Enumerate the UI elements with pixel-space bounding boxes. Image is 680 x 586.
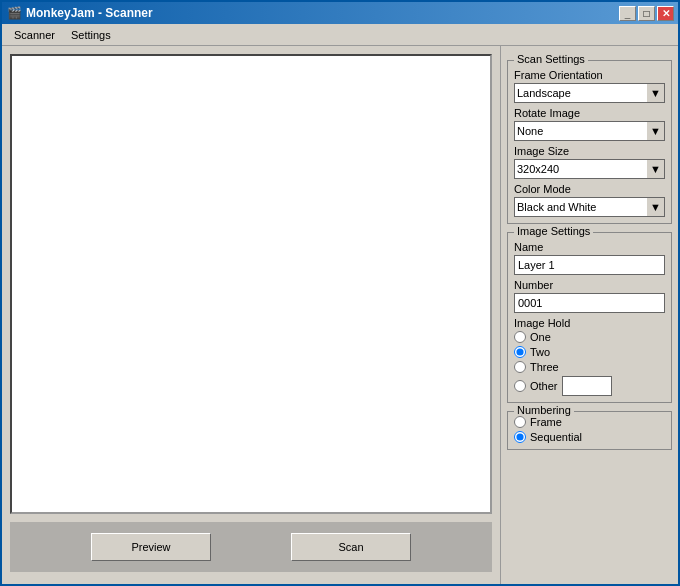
frame-orientation-wrapper: Landscape Portrait ▼ bbox=[514, 83, 665, 103]
numbering-frame-label: Frame bbox=[530, 416, 562, 428]
image-hold-three-radio[interactable] bbox=[514, 361, 526, 373]
left-panel: Preview Scan bbox=[2, 46, 500, 584]
image-hold-two: Two bbox=[514, 346, 665, 358]
image-hold-one-label: One bbox=[530, 331, 551, 343]
main-content: Preview Scan Scan Settings Frame Orienta… bbox=[2, 46, 678, 584]
image-size-wrapper: 320x240 640x480 720x480 1024x768 ▼ bbox=[514, 159, 665, 179]
image-hold-two-radio[interactable] bbox=[514, 346, 526, 358]
frame-orientation-select[interactable]: Landscape Portrait bbox=[514, 83, 665, 103]
preview-button[interactable]: Preview bbox=[91, 533, 211, 561]
scan-settings-section: Scan Settings Frame Orientation Landscap… bbox=[507, 60, 672, 224]
menu-scanner[interactable]: Scanner bbox=[6, 27, 63, 43]
image-hold-other-input[interactable] bbox=[562, 376, 612, 396]
number-label: Number bbox=[514, 279, 665, 291]
image-settings-title: Image Settings bbox=[514, 225, 593, 237]
image-settings-section: Image Settings Name Number Image Hold On… bbox=[507, 232, 672, 403]
window-title: MonkeyJam - Scanner bbox=[26, 6, 153, 20]
image-hold-three-label: Three bbox=[530, 361, 559, 373]
close-button[interactable]: ✕ bbox=[657, 6, 674, 21]
number-input[interactable] bbox=[514, 293, 665, 313]
name-input[interactable] bbox=[514, 255, 665, 275]
scan-settings-title: Scan Settings bbox=[514, 53, 588, 65]
numbering-sequential: Sequential bbox=[514, 431, 665, 443]
numbering-section: Numbering Frame Sequential bbox=[507, 411, 672, 450]
image-hold-other-label: Other bbox=[530, 380, 558, 392]
image-hold-other-radio[interactable] bbox=[514, 380, 526, 392]
scan-button[interactable]: Scan bbox=[291, 533, 411, 561]
image-size-label: Image Size bbox=[514, 145, 665, 157]
scanner-preview-area bbox=[10, 54, 492, 514]
numbering-frame: Frame bbox=[514, 416, 665, 428]
numbering-sequential-label: Sequential bbox=[530, 431, 582, 443]
image-hold-three: Three bbox=[514, 361, 665, 373]
menu-settings[interactable]: Settings bbox=[63, 27, 119, 43]
color-mode-label: Color Mode bbox=[514, 183, 665, 195]
menu-bar: Scanner Settings bbox=[2, 24, 678, 46]
right-panel: Scan Settings Frame Orientation Landscap… bbox=[500, 46, 678, 584]
image-size-select[interactable]: 320x240 640x480 720x480 1024x768 bbox=[514, 159, 665, 179]
rotate-image-select[interactable]: None 90 CW 90 CCW 180 bbox=[514, 121, 665, 141]
frame-orientation-label: Frame Orientation bbox=[514, 69, 665, 81]
app-icon: 🎬 bbox=[6, 5, 22, 21]
image-hold-one: One bbox=[514, 331, 665, 343]
rotate-image-wrapper: None 90 CW 90 CCW 180 ▼ bbox=[514, 121, 665, 141]
scanner-bottom-area: Preview Scan bbox=[10, 522, 492, 572]
minimize-button[interactable]: _ bbox=[619, 6, 636, 21]
image-hold-other: Other bbox=[514, 376, 665, 396]
title-bar-buttons: _ □ ✕ bbox=[619, 6, 674, 21]
color-mode-select[interactable]: Black and White Grayscale Color bbox=[514, 197, 665, 217]
numbering-sequential-radio[interactable] bbox=[514, 431, 526, 443]
image-hold-one-radio[interactable] bbox=[514, 331, 526, 343]
numbering-frame-radio[interactable] bbox=[514, 416, 526, 428]
color-mode-wrapper: Black and White Grayscale Color ▼ bbox=[514, 197, 665, 217]
image-hold-group: One Two Three Other bbox=[514, 331, 665, 396]
image-hold-two-label: Two bbox=[530, 346, 550, 358]
maximize-button[interactable]: □ bbox=[638, 6, 655, 21]
image-hold-label: Image Hold bbox=[514, 317, 665, 329]
title-bar: 🎬 MonkeyJam - Scanner _ □ ✕ bbox=[2, 2, 678, 24]
numbering-group: Frame Sequential bbox=[514, 416, 665, 443]
numbering-title: Numbering bbox=[514, 404, 574, 416]
main-window: 🎬 MonkeyJam - Scanner _ □ ✕ Scanner Sett… bbox=[0, 0, 680, 586]
name-label: Name bbox=[514, 241, 665, 253]
rotate-image-label: Rotate Image bbox=[514, 107, 665, 119]
